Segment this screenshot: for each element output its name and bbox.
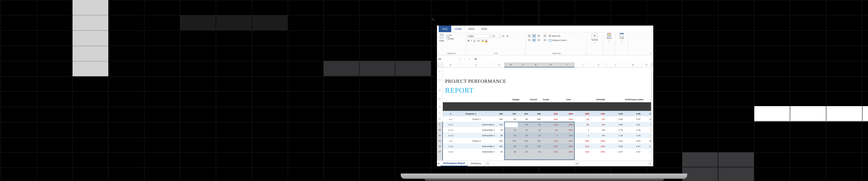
align-center-button[interactable] — [532, 38, 536, 42]
cell-cpi[interactable]: 0.81 — [607, 138, 624, 144]
row-header[interactable]: 6 — [437, 102, 443, 111]
column-header-F[interactable]: F — [518, 62, 529, 67]
scroll-up-icon[interactable]: ▲ — [651, 62, 653, 66]
cell-svd[interactable]: 1 — [575, 127, 591, 132]
italic-button[interactable]: I — [471, 39, 472, 42]
align-left-button[interactable] — [527, 38, 531, 42]
cell-sn[interactable]: A.1.2 — [443, 127, 459, 132]
row-header[interactable]: 8 — [437, 116, 443, 122]
cell-sn[interactable]: A.2.2 — [443, 149, 459, 154]
font-size-select[interactable]: 10▾ — [492, 34, 501, 38]
cell-bac[interactable]: 58 — [494, 132, 504, 138]
cell-svp[interactable]: -16% — [591, 138, 607, 144]
cell-cvp[interactable]: -16% — [559, 111, 575, 116]
cell-spi[interactable]: 0.84 — [624, 138, 642, 144]
cell-spi[interactable]: 0.87 — [624, 144, 642, 149]
sheet-nav-icon[interactable]: ▶ — [437, 161, 440, 166]
cell-etc[interactable]: 107 — [642, 116, 651, 122]
cell-pv[interactable]: 93 — [504, 116, 518, 122]
row-header[interactable]: 11 — [437, 132, 443, 138]
cell-etc[interactable]: 311 — [642, 111, 651, 116]
cell-sn[interactable]: A.2 — [443, 138, 459, 144]
cell-cpi[interactable]: 1.18 — [607, 132, 624, 138]
horizontal-scrollbar-track[interactable] — [580, 161, 648, 166]
cell-ev[interactable]: 225 — [518, 111, 529, 116]
cut-button[interactable]: ✂Cut — [446, 34, 454, 36]
cell-spi[interactable]: 1.08 — [624, 127, 642, 132]
cell-spi[interactable]: 1.04 — [624, 132, 642, 138]
cell-cpi[interactable]: 0.78 — [607, 127, 624, 132]
cells-button[interactable]: Cells ▾ — [616, 32, 628, 42]
cell-etc[interactable]: 18 — [642, 127, 651, 132]
column-header-G[interactable]: G — [529, 62, 542, 67]
cell-cpi[interactable]: 0.67 — [607, 149, 624, 154]
vertical-scrollbar[interactable]: ▲ — [651, 62, 653, 160]
font-color-button[interactable]: A — [485, 39, 488, 42]
cell-spi[interactable]: 0.91 — [624, 122, 642, 127]
row-header[interactable]: 9 — [437, 122, 443, 127]
cell-ac[interactable]: 100 — [529, 116, 542, 122]
cell-svp[interactable]: -43% — [591, 149, 607, 154]
cell-item[interactable]: Project 1 — [459, 116, 494, 122]
confirm-entry-icon[interactable]: ✓ — [464, 58, 465, 60]
cell-svp[interactable]: -13% — [591, 144, 607, 149]
name-box[interactable]: E9 ▾ — [437, 55, 461, 63]
cell-svd[interactable]: 1 — [575, 132, 591, 138]
active-cell[interactable] — [505, 122, 518, 127]
cell-svp[interactable]: -11% — [591, 111, 607, 116]
select-all-corner[interactable] — [437, 62, 443, 67]
decrease-indent-button[interactable] — [543, 38, 547, 42]
cell-etc[interactable]: 38 — [642, 149, 651, 154]
tab-home[interactable]: HOME — [451, 26, 465, 32]
row-header[interactable]: 12 — [437, 138, 443, 144]
cell-svd[interactable]: (15) — [575, 149, 591, 154]
row-header[interactable]: 1 — [437, 67, 443, 76]
sheet-tab-definitions[interactable]: Definitions — [468, 161, 484, 166]
column-header-I[interactable]: I — [559, 62, 575, 67]
cell-svd[interactable]: (5) — [575, 122, 591, 127]
increase-indent-button[interactable] — [543, 34, 547, 37]
cell-svp[interactable]: 8% — [591, 127, 607, 132]
cell-svd[interactable]: (26) — [575, 138, 591, 144]
cell-item[interactable]: Deliverable 2 — [459, 149, 494, 154]
cell-bac[interactable]: 186 — [494, 116, 504, 122]
cell-item[interactable]: Deliverable 2 — [459, 127, 494, 132]
column-header-K[interactable]: K — [591, 62, 607, 67]
styles-button[interactable]: Styles ▾ — [603, 32, 615, 42]
merge-center-button[interactable]: Merge & Center▾ — [549, 39, 567, 41]
cancel-entry-icon[interactable]: ✗ — [468, 58, 469, 60]
cell-item[interactable]: Deliverable 1 — [459, 122, 494, 127]
column-header-D[interactable]: D — [494, 62, 504, 67]
underline-button[interactable]: U — [473, 39, 476, 42]
scroll-left-icon[interactable]: ◀▏ — [575, 161, 580, 165]
cell-svd[interactable]: (12) — [575, 144, 591, 149]
collapse-ribbon-icon[interactable]: ∧ — [650, 52, 651, 54]
cell-svp[interactable]: 4% — [591, 132, 607, 138]
grow-font-button[interactable]: A▴ — [502, 35, 505, 37]
column-header-L[interactable]: L — [607, 62, 624, 67]
dialog-launcher-icon[interactable]: ↘ — [585, 53, 586, 55]
cell-etc[interactable]: 60 — [642, 122, 651, 127]
column-header-C[interactable]: C — [459, 62, 494, 67]
tab-view[interactable]: VIEW — [478, 26, 491, 32]
row-header[interactable]: 13 — [437, 144, 443, 149]
column-header-M[interactable]: M — [624, 62, 642, 67]
cell-ev[interactable]: 90 — [518, 116, 529, 122]
cell-spi[interactable]: 0.89 — [624, 111, 642, 116]
row-header[interactable] — [437, 154, 443, 160]
column-header-J[interactable]: J — [575, 62, 591, 67]
paste-button[interactable]: Paste — [438, 34, 445, 52]
cell-item[interactable]: Project 2 — [459, 138, 494, 144]
row-header[interactable]: 3 — [437, 84, 443, 96]
align-bottom-button[interactable] — [537, 34, 541, 37]
cell-spi[interactable]: 0.97 — [624, 116, 642, 122]
cell-item[interactable]: Deliverable 3 — [459, 132, 494, 138]
cell-spi[interactable]: 0.57 — [624, 149, 642, 154]
align-middle-button[interactable] — [532, 34, 536, 37]
cell-svd[interactable]: (3) — [575, 116, 591, 122]
formula-input[interactable]: 55 — [472, 55, 653, 63]
cell-bac[interactable]: 100 — [494, 122, 504, 127]
cell-bac[interactable]: 180 — [494, 144, 504, 149]
cell-bac[interactable]: 303 — [494, 138, 504, 144]
cell-svp[interactable]: -9% — [591, 122, 607, 127]
